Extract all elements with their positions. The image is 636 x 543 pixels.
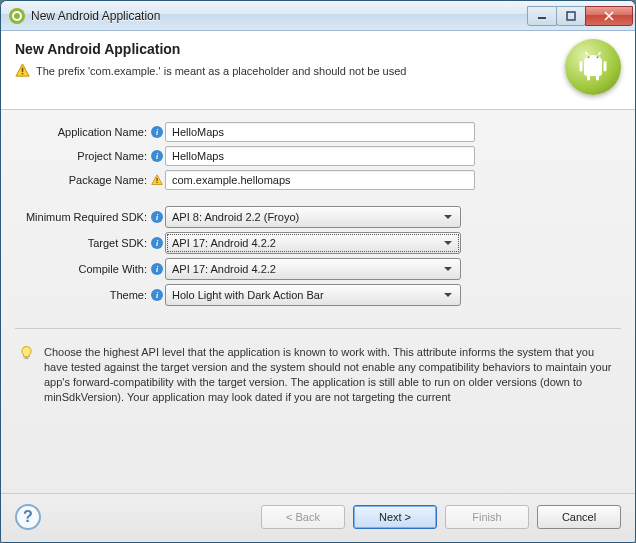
next-button[interactable]: Next > — [353, 505, 437, 529]
svg-rect-7 — [596, 75, 599, 81]
dialog-window: New Android Application New Android Appl… — [0, 0, 636, 543]
close-button[interactable] — [585, 6, 633, 26]
header-warning-text: The prefix 'com.example.' is meant as a … — [36, 65, 406, 77]
select-fields-group: Minimum Required SDK: i API 8: Android 2… — [15, 206, 621, 310]
package-name-input[interactable] — [165, 170, 475, 190]
project-name-label: Project Name: — [15, 150, 149, 162]
lightbulb-icon — [19, 345, 34, 360]
project-name-input[interactable] — [165, 146, 475, 166]
android-logo-icon — [565, 39, 621, 95]
svg-rect-2 — [22, 68, 24, 72]
svg-rect-4 — [580, 61, 583, 72]
package-name-label: Package Name: — [15, 174, 149, 186]
header-warning: The prefix 'com.example.' is meant as a … — [15, 63, 555, 78]
svg-point-9 — [596, 56, 598, 58]
min-sdk-value: API 8: Android 2.2 (Froyo) — [172, 211, 299, 223]
wizard-header: New Android Application The prefix 'com.… — [1, 31, 635, 110]
info-icon: i — [151, 211, 163, 223]
svg-rect-12 — [156, 178, 157, 181]
compile-with-select[interactable]: API 17: Android 4.2.2 — [165, 258, 461, 280]
target-sdk-select[interactable]: API 17: Android 4.2.2 — [165, 232, 461, 254]
maximize-icon — [566, 11, 576, 21]
wizard-content: Application Name: i Project Name: i Pack… — [1, 110, 635, 493]
svg-point-8 — [587, 56, 589, 58]
tip-box: Choose the highest API level that the ap… — [15, 337, 621, 408]
minimize-icon — [537, 11, 547, 21]
info-icon: i — [151, 126, 163, 138]
application-name-input[interactable] — [165, 122, 475, 142]
page-title: New Android Application — [15, 41, 555, 57]
svg-line-11 — [598, 52, 600, 55]
theme-select[interactable]: Holo Light with Dark Action Bar — [165, 284, 461, 306]
separator — [15, 328, 621, 329]
svg-rect-5 — [604, 61, 607, 72]
window-title: New Android Application — [31, 9, 528, 23]
svg-rect-0 — [538, 17, 546, 19]
svg-line-10 — [586, 52, 588, 55]
compile-with-label: Compile With: — [15, 263, 149, 275]
help-button[interactable]: ? — [15, 504, 41, 530]
theme-value: Holo Light with Dark Action Bar — [172, 289, 324, 301]
application-name-label: Application Name: — [15, 126, 149, 138]
target-sdk-value: API 17: Android 4.2.2 — [172, 237, 276, 249]
info-icon: i — [151, 150, 163, 162]
compile-with-value: API 17: Android 4.2.2 — [172, 263, 276, 275]
min-sdk-select[interactable]: API 8: Android 2.2 (Froyo) — [165, 206, 461, 228]
warning-icon — [15, 63, 30, 78]
min-sdk-label: Minimum Required SDK: — [15, 211, 149, 223]
wizard-footer: ? < Back Next > Finish Cancel — [1, 493, 635, 542]
info-icon: i — [151, 237, 163, 249]
minimize-button[interactable] — [527, 6, 557, 26]
titlebar[interactable]: New Android Application — [1, 1, 635, 31]
theme-label: Theme: — [15, 289, 149, 301]
text-fields-group: Application Name: i Project Name: i Pack… — [15, 122, 621, 194]
svg-rect-13 — [156, 182, 157, 183]
svg-rect-14 — [25, 357, 29, 359]
maximize-button[interactable] — [556, 6, 586, 26]
target-sdk-label: Target SDK: — [15, 237, 149, 249]
finish-button[interactable]: Finish — [445, 505, 529, 529]
cancel-button[interactable]: Cancel — [537, 505, 621, 529]
back-button[interactable]: < Back — [261, 505, 345, 529]
info-icon: i — [151, 289, 163, 301]
warning-icon — [151, 174, 163, 186]
svg-rect-1 — [567, 12, 575, 20]
info-icon: i — [151, 263, 163, 275]
tip-text: Choose the highest API level that the ap… — [44, 345, 617, 404]
svg-rect-3 — [22, 73, 24, 75]
close-icon — [604, 11, 614, 21]
svg-rect-6 — [587, 75, 590, 81]
window-controls — [528, 6, 633, 26]
app-icon — [9, 8, 25, 24]
